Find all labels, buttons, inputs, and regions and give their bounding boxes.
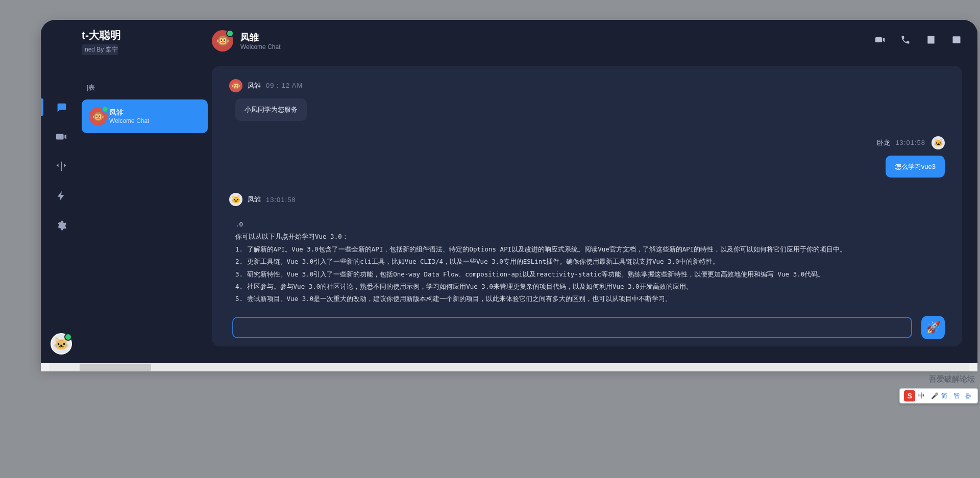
bolt-icon [56, 190, 67, 202]
message-long-text: .0 你可以从以下几点开始学习Vue 3.0： 1. 了解新的API。Vue 3… [229, 216, 945, 306]
message-sender: 卧龙 [877, 138, 890, 147]
send-button[interactable]: 🚀 [921, 316, 945, 339]
message-header: 卧龙 13:01:58 🐱 [229, 136, 945, 149]
ime-item[interactable]: 简 智 器 [941, 391, 973, 400]
ime-mic-icon[interactable]: 🎤 [930, 391, 939, 400]
message-time: 13:01:58 [266, 196, 296, 204]
video-icon [874, 35, 886, 45]
message-sender: 凤雏 [248, 81, 261, 90]
nav-bolt[interactable] [41, 181, 82, 211]
ime-logo: S [904, 390, 915, 401]
chat-header-subtitle: Welcome Chat [240, 43, 280, 51]
message-sender: 凤雏 [248, 195, 261, 204]
message-avatar: 🐱 [229, 193, 242, 206]
message-header: 🐵 凤雏 09：12 AM [229, 79, 945, 92]
conversation-panel: |表 🐵 凤雏 Welcome Chat [82, 20, 208, 367]
nav-signal[interactable] [41, 152, 82, 181]
message-bubble: 怎么学习vue3 [886, 156, 945, 178]
nav-chat[interactable] [41, 92, 82, 122]
gear-icon [56, 220, 67, 231]
chat-header-avatar: 🐵 [212, 30, 233, 52]
phone-icon [900, 35, 911, 45]
header-image-button[interactable] [951, 35, 962, 47]
chat-icon [56, 102, 67, 113]
profile-avatar[interactable]: 🐱 [51, 333, 72, 355]
image-icon [951, 35, 962, 45]
ime-text: 中 [918, 391, 925, 400]
chat-body: 🐵 凤雏 09：12 AM 小凤同学为您服务 卧龙 13:01:58 🐱 [212, 66, 962, 346]
scrollbar-thumb[interactable] [80, 364, 151, 371]
message-bubble: 小凤同学为您服务 [235, 98, 307, 121]
header-video-button[interactable] [874, 35, 886, 47]
signal-icon [56, 161, 67, 172]
conversation-avatar: 🐵 [89, 107, 107, 125]
horizontal-scrollbar[interactable] [41, 363, 977, 371]
sidebar-narrow: t-大聪明 ned By 棠宁 🐱 [41, 20, 82, 367]
rocket-icon: 🚀 [926, 321, 940, 334]
message-time: 09：12 AM [266, 81, 303, 90]
nav-video[interactable] [41, 122, 82, 152]
watermark: 吾爱破解论坛 [929, 374, 975, 384]
chat-header-name: 凤雏 [240, 31, 280, 43]
conversation-subtitle: Welcome Chat [109, 117, 149, 124]
composer: 🚀 [232, 316, 945, 339]
app-window: t-大聪明 ned By 棠宁 🐱 [41, 20, 977, 367]
nav-settings[interactable] [41, 211, 82, 240]
header-notes-button[interactable] [925, 35, 937, 47]
ime-icons: 🎤 简 智 器 [930, 391, 973, 400]
ime-bar[interactable]: S 中 🎤 简 智 器 [899, 388, 978, 404]
app-badge: ned By 棠宁 [82, 44, 118, 55]
message-time: 13:01:58 [895, 139, 925, 146]
chat-main: 🐵 凤雏 Welcome Chat 🐵 凤雏 [208, 20, 977, 367]
message-header: 🐱 凤雏 13:01:58 [229, 193, 945, 206]
message-avatar: 🐵 [229, 79, 242, 92]
header-phone-button[interactable] [900, 35, 911, 47]
conversation-item[interactable]: 🐵 凤雏 Welcome Chat [82, 99, 208, 133]
chat-header: 🐵 凤雏 Welcome Chat [208, 20, 977, 57]
cat-icon: 🐱 [54, 337, 69, 351]
message-input[interactable] [232, 317, 912, 338]
conversation-name: 凤雏 [109, 108, 149, 117]
notes-icon [925, 35, 937, 45]
message-avatar: 🐱 [932, 136, 945, 149]
app-title: t-大聪明 [82, 28, 121, 42]
video-icon [56, 131, 67, 142]
